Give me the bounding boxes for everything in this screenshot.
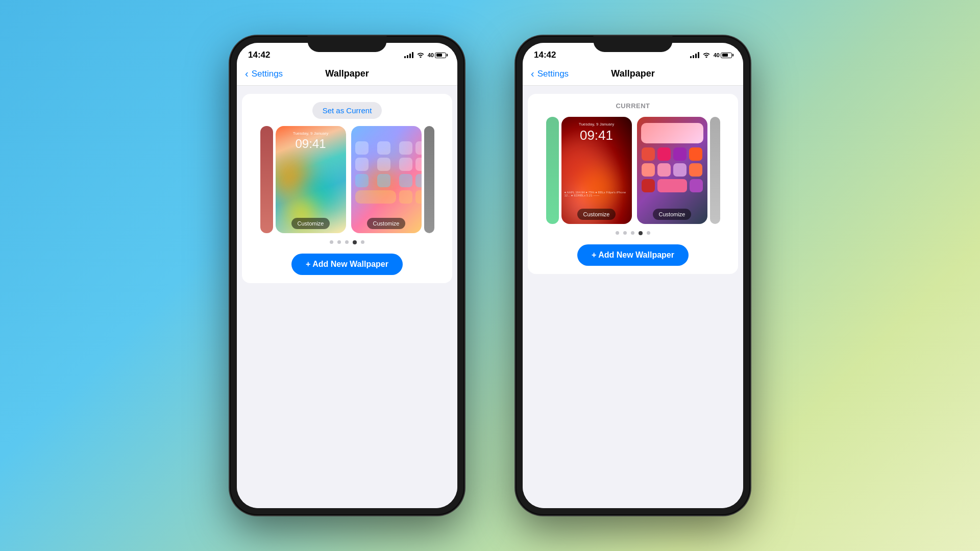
lock-screen-info-1: Tuesday, 9 January 09:41: [276, 131, 346, 151]
lock-widgets-2: ● AAPL 164.94 ● 75% ● BBLx Filipe's iPho…: [565, 191, 629, 198]
customize-home-1[interactable]: Customize: [367, 218, 406, 229]
app-icons-1: [355, 141, 418, 204]
dot-1-5: [361, 240, 364, 244]
home-icons-2: [641, 147, 703, 195]
peek-left-1: [260, 126, 273, 233]
wallpaper-card-2: CURRENT Tuesday, 9 Januar: [528, 94, 738, 274]
top-widget-2: [641, 123, 703, 143]
wallpaper-previews-1: Tuesday, 9 January 09:41 Customize: [276, 126, 422, 233]
current-label: CURRENT: [616, 102, 650, 110]
wallpaper-scroll-1[interactable]: Tuesday, 9 January 09:41 Customize: [250, 126, 444, 233]
home-screen-preview-2[interactable]: Customize: [637, 117, 707, 224]
dot-1-4: [353, 240, 357, 244]
lock-time-1: 09:41: [276, 137, 346, 151]
battery-text-2: 40: [714, 52, 720, 58]
status-time-1: 14:42: [248, 50, 270, 60]
peek-right-1: [424, 126, 434, 233]
back-label-2[interactable]: Settings: [537, 69, 569, 79]
nav-title-1: Wallpaper: [325, 68, 369, 79]
nav-bar-2: ‹ Settings Wallpaper: [523, 64, 743, 86]
add-wallpaper-button-1[interactable]: + Add New Wallpaper: [291, 254, 403, 275]
wallpaper-card-1: Set as Current: [242, 94, 452, 283]
notch-1: [308, 36, 387, 52]
notch-2: [594, 36, 673, 52]
dot-2-4: [639, 231, 643, 235]
back-button-2[interactable]: ‹ Settings: [531, 68, 569, 80]
lock-time-2: 09:41: [561, 128, 632, 143]
dot-1-1: [330, 240, 333, 244]
dot-1-3: [345, 240, 349, 244]
pagination-2: [616, 231, 650, 235]
battery-icon-2: 40: [714, 52, 732, 58]
pagination-1: [330, 240, 364, 244]
back-button-1[interactable]: ‹ Settings: [245, 68, 283, 80]
screen-2: 14:42 40: [523, 43, 743, 508]
lock-date-2: Tuesday, 9 January: [561, 122, 632, 127]
battery-text-1: 40: [428, 52, 434, 58]
home-screen-preview-1[interactable]: Customize: [351, 126, 422, 233]
lock-screen-preview-2[interactable]: Tuesday, 9 January 09:41 ● AAPL 164.94 ●…: [561, 117, 632, 224]
nav-bar-1: ‹ Settings Wallpaper: [237, 64, 457, 86]
customize-lock-2[interactable]: Customize: [577, 209, 616, 220]
lock-screen-info-2: Tuesday, 9 January 09:41: [561, 122, 632, 143]
customize-lock-1[interactable]: Customize: [291, 218, 330, 229]
wallpaper-scroll-2[interactable]: Tuesday, 9 January 09:41 ● AAPL 164.94 ●…: [536, 117, 730, 224]
status-icons-1: 40: [404, 52, 446, 59]
dot-2-1: [616, 231, 619, 235]
back-label-1[interactable]: Settings: [252, 69, 283, 79]
lock-date-1: Tuesday, 9 January: [276, 131, 346, 136]
status-time-2: 14:42: [534, 50, 556, 60]
peek-right-2: [710, 117, 720, 224]
battery-icon-1: 40: [428, 52, 446, 58]
wifi-icon-2: [702, 52, 710, 59]
screen-content-1: Set as Current: [237, 86, 457, 508]
add-wallpaper-button-2[interactable]: + Add New Wallpaper: [577, 244, 689, 266]
dot-2-3: [631, 231, 634, 235]
screen-content-2: CURRENT Tuesday, 9 Januar: [523, 86, 743, 508]
dot-2-5: [647, 231, 650, 235]
wallpaper-previews-2: Tuesday, 9 January 09:41 ● AAPL 164.94 ●…: [561, 117, 707, 224]
set-current-button[interactable]: Set as Current: [312, 102, 382, 119]
customize-home-2[interactable]: Customize: [653, 209, 692, 220]
dot-2-2: [623, 231, 627, 235]
chevron-left-icon-2: ‹: [531, 68, 534, 80]
peek-left-2: [546, 117, 559, 224]
lock-screen-preview-1[interactable]: Tuesday, 9 January 09:41 Customize: [276, 126, 346, 233]
signal-icon-1: [404, 52, 413, 58]
status-icons-2: 40: [690, 52, 732, 59]
screen-1: 14:42 40: [237, 43, 457, 508]
nav-title-2: Wallpaper: [611, 68, 654, 79]
phone-2: 14:42 40: [516, 36, 750, 515]
dot-1-2: [337, 240, 341, 244]
signal-icon-2: [690, 52, 699, 58]
chevron-left-icon-1: ‹: [245, 68, 249, 80]
phones-container: 14:42 40: [230, 36, 750, 515]
phone-1: 14:42 40: [230, 36, 464, 515]
wifi-icon-1: [416, 52, 425, 59]
